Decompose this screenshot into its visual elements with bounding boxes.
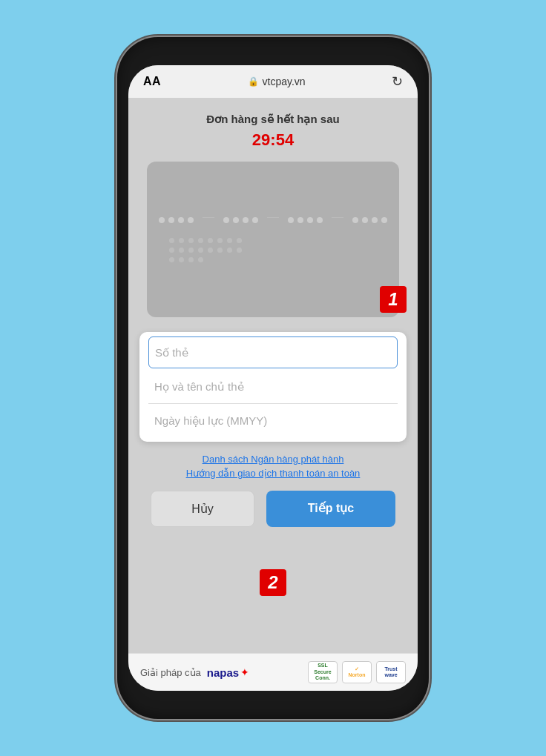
card-dot (317, 217, 323, 223)
page-content: Đơn hàng sẽ hết hạn sau 29:54 (128, 98, 418, 653)
cancel-button[interactable]: Hủy (151, 491, 254, 527)
card-dot (169, 238, 174, 243)
footer-bar: Giải pháp của napas ✦ SSLSecureConn. ✓No… (128, 653, 418, 691)
card-dot (188, 257, 194, 262)
trustwave-badge: Trustwave (376, 661, 406, 683)
card-dot (198, 248, 203, 253)
lock-icon: 🔒 (248, 76, 259, 87)
font-size-control[interactable]: AA (143, 75, 161, 88)
card-dot (237, 248, 242, 253)
card-dot (252, 217, 258, 223)
card-visual (147, 162, 399, 317)
card-dot (179, 238, 184, 243)
url-text: vtcpay.vn (263, 76, 306, 87)
safe-guide-link[interactable]: Hướng dẫn giao dịch thanh toán an toàn (186, 468, 361, 479)
phone-screen: AA 🔒 vtcpay.vn ↻ Đơn hàng sẽ hết hạn sau… (128, 65, 418, 691)
napas-name: napas (207, 666, 239, 679)
card-dot (237, 238, 242, 243)
buttons-area: Hủy Tiếp tục (128, 491, 418, 527)
links-area: Danh sách Ngân hàng phát hành Hướng dẫn … (186, 454, 361, 479)
annotation-2: 2 (260, 569, 286, 596)
bank-list-link[interactable]: Danh sách Ngân hàng phát hành (203, 454, 344, 465)
card-dot (307, 217, 313, 223)
annotation-1: 1 (380, 286, 407, 313)
card-dot (179, 257, 184, 262)
cardholder-name-input[interactable] (148, 370, 398, 404)
card-dot (159, 217, 165, 223)
card-dot (227, 248, 232, 253)
card-dot (233, 217, 239, 223)
card-dot (208, 238, 213, 243)
continue-button[interactable]: Tiếp tục (266, 491, 395, 527)
card-bottom-info (169, 238, 242, 262)
card-dot (362, 217, 368, 223)
card-dot (223, 217, 229, 223)
reload-button[interactable]: ↻ (392, 73, 403, 90)
card-dot (188, 238, 194, 243)
card-dot (217, 238, 223, 243)
ssl-badge: SSLSecureConn. (308, 661, 338, 683)
card-dot (188, 217, 194, 223)
phone-frame: AA 🔒 vtcpay.vn ↻ Đơn hàng sẽ hết hạn sau… (117, 37, 429, 719)
card-dot (243, 217, 249, 223)
expiry-label: Đơn hàng sẽ hết hạn sau (206, 113, 339, 126)
card-dot (381, 217, 387, 223)
card-dot (168, 217, 174, 223)
card-dot (178, 217, 184, 223)
card-dot (169, 257, 174, 262)
napas-arrow-icon: ✦ (240, 666, 249, 678)
card-dot (297, 217, 303, 223)
card-dot (188, 248, 194, 253)
card-dot (198, 238, 203, 243)
card-dot (227, 238, 232, 243)
card-dot (169, 248, 174, 253)
expiry-date-input[interactable] (148, 404, 398, 437)
form-panel (139, 332, 407, 442)
napas-logo: napas ✦ (207, 666, 249, 679)
card-dot (208, 248, 213, 253)
url-bar[interactable]: 🔒 vtcpay.vn (248, 76, 306, 87)
countdown-timer: 29:54 (252, 130, 294, 150)
solution-label: Giải pháp của (140, 667, 201, 678)
card-dot (352, 217, 358, 223)
card-number-dots (159, 217, 387, 223)
norton-badge: ✓Norton (342, 661, 372, 683)
footer-badges: SSLSecureConn. ✓Norton Trustwave (308, 661, 406, 683)
card-dot (288, 217, 294, 223)
card-number-input[interactable] (148, 336, 398, 368)
card-dot (198, 257, 203, 262)
card-dot (217, 248, 223, 253)
card-dot (179, 248, 184, 253)
status-bar: AA 🔒 vtcpay.vn ↻ (128, 65, 418, 98)
card-dot (372, 217, 378, 223)
